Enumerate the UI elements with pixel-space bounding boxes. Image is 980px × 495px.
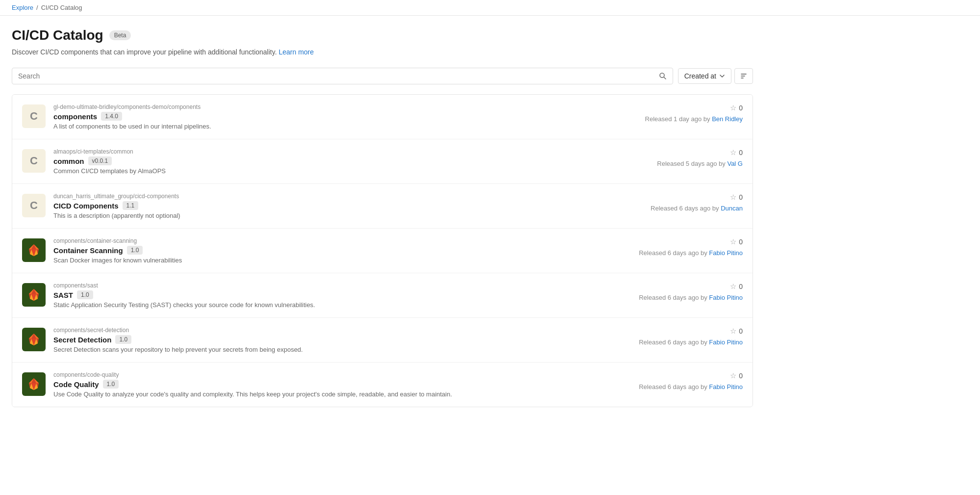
catalog-item[interactable]: C gl-demo-ultimate-bridley/components-de…: [12, 95, 753, 139]
item-name-row: Container Scanning 1.0: [53, 246, 607, 255]
catalog-list: C gl-demo-ultimate-bridley/components-de…: [12, 94, 753, 407]
fox-icon: [25, 241, 43, 259]
star-count[interactable]: ☆ 0: [730, 371, 743, 380]
item-path: components/sast: [53, 282, 607, 289]
item-avatar: [22, 283, 46, 307]
release-info: Released 1 day ago by Ben Ridley: [645, 115, 743, 123]
learn-more-link[interactable]: Learn more: [278, 48, 314, 56]
catalog-item[interactable]: components/container-scanning Container …: [12, 229, 753, 273]
author-link[interactable]: Ben Ridley: [712, 115, 743, 123]
item-meta: ☆ 0 Released 1 day ago by Ben Ridley: [615, 104, 743, 123]
version-badge: 1.0: [103, 380, 119, 389]
item-meta: ☆ 0 Released 6 days ago by Fabio Pitino: [615, 327, 743, 346]
item-meta: ☆ 0 Released 5 days ago by Val G: [615, 148, 743, 167]
fox-icon: [25, 286, 43, 304]
nav-current: CI/CD Catalog: [41, 4, 82, 11]
star-count[interactable]: ☆ 0: [730, 237, 743, 246]
item-name-row: components 1.4.0: [53, 112, 607, 121]
item-description: This is a description (apparently not op…: [53, 212, 607, 219]
item-body: components/code-quality Code Quality 1.0…: [53, 371, 607, 398]
item-avatar: [22, 238, 46, 262]
star-icon: ☆: [730, 193, 736, 202]
sort-direction-button[interactable]: [734, 68, 753, 84]
item-path: components/secret-detection: [53, 327, 607, 334]
star-count[interactable]: ☆ 0: [730, 148, 743, 157]
item-description: A list of components to be used in our i…: [53, 123, 607, 130]
item-description: Static Application Security Testing (SAS…: [53, 301, 607, 309]
beta-badge: Beta: [109, 30, 131, 40]
item-name: Code Quality: [53, 380, 99, 389]
item-body: components/container-scanning Container …: [53, 237, 607, 264]
explore-link[interactable]: Explore: [12, 4, 33, 11]
star-icon: ☆: [730, 237, 736, 246]
item-avatar: C: [22, 149, 46, 173]
author-link[interactable]: Fabio Pitino: [709, 294, 743, 301]
star-number: 0: [739, 283, 743, 290]
item-body: components/sast SAST 1.0 Static Applicat…: [53, 282, 607, 309]
item-path: duncan_harris_ultimate_group/cicd-compon…: [53, 193, 607, 200]
item-body: gl-demo-ultimate-bridley/components-demo…: [53, 104, 607, 130]
item-path: almaops/ci-templates/common: [53, 148, 607, 155]
star-number: 0: [739, 327, 743, 335]
version-badge: 1.0: [77, 290, 93, 299]
catalog-item[interactable]: components/secret-detection Secret Detec…: [12, 318, 753, 363]
search-toolbar: Created at: [12, 68, 753, 84]
release-info: Released 6 days ago by Fabio Pitino: [639, 294, 743, 301]
release-info: Released 6 days ago by Duncan: [651, 205, 743, 212]
star-count[interactable]: ☆ 0: [730, 327, 743, 336]
item-path: gl-demo-ultimate-bridley/components-demo…: [53, 104, 607, 110]
star-icon: ☆: [730, 371, 736, 380]
item-meta: ☆ 0 Released 6 days ago by Fabio Pitino: [615, 282, 743, 301]
item-meta: ☆ 0 Released 6 days ago by Fabio Pitino: [615, 237, 743, 257]
catalog-item[interactable]: C almaops/ci-templates/common common v0.…: [12, 139, 753, 184]
version-badge: 1.0: [127, 246, 143, 255]
item-name: Secret Detection: [53, 336, 111, 344]
search-icon: [659, 72, 667, 80]
item-path: components/code-quality: [53, 371, 607, 378]
item-name-row: Secret Detection 1.0: [53, 335, 607, 344]
author-link[interactable]: Fabio Pitino: [709, 383, 743, 391]
version-badge: 1.1: [123, 201, 139, 210]
search-wrapper: [12, 68, 673, 84]
star-icon: ☆: [730, 104, 736, 112]
svg-line-1: [664, 78, 666, 79]
author-link[interactable]: Duncan: [721, 205, 743, 212]
star-count[interactable]: ☆ 0: [730, 193, 743, 202]
item-name: components: [53, 112, 97, 121]
sort-direction-icon: [740, 72, 748, 80]
sort-controls: Created at: [678, 68, 753, 84]
star-number: 0: [739, 372, 743, 380]
chevron-down-icon: [719, 73, 725, 79]
sort-label: Created at: [684, 72, 716, 80]
star-count[interactable]: ☆ 0: [730, 104, 743, 112]
search-button[interactable]: [653, 68, 673, 84]
catalog-item[interactable]: C duncan_harris_ultimate_group/cicd-comp…: [12, 184, 753, 229]
sort-select[interactable]: Created at: [678, 68, 731, 84]
star-number: 0: [739, 104, 743, 112]
item-name-row: SAST 1.0: [53, 290, 607, 299]
item-description: Common CI/CD templates by AlmaOPS: [53, 167, 607, 175]
fox-icon: [25, 331, 43, 348]
item-body: duncan_harris_ultimate_group/cicd-compon…: [53, 193, 607, 219]
svg-point-0: [660, 73, 664, 78]
catalog-item[interactable]: components/sast SAST 1.0 Static Applicat…: [12, 273, 753, 318]
item-body: almaops/ci-templates/common common v0.0.…: [53, 148, 607, 175]
top-nav: Explore / CI/CD Catalog: [0, 0, 980, 16]
author-link[interactable]: Fabio Pitino: [709, 249, 743, 257]
star-count[interactable]: ☆ 0: [730, 282, 743, 291]
item-description: Secret Detection scans your repository t…: [53, 346, 607, 353]
item-path: components/container-scanning: [53, 237, 607, 244]
item-name: CICD Components: [53, 202, 119, 210]
release-info: Released 5 days ago by Val G: [657, 160, 743, 167]
search-input[interactable]: [12, 68, 653, 84]
nav-separator: /: [36, 4, 38, 11]
star-icon: ☆: [730, 327, 736, 336]
item-name: SAST: [53, 291, 73, 299]
author-link[interactable]: Val G: [727, 160, 743, 167]
item-name-row: Code Quality 1.0: [53, 380, 607, 389]
item-body: components/secret-detection Secret Detec…: [53, 327, 607, 353]
author-link[interactable]: Fabio Pitino: [709, 339, 743, 346]
catalog-item[interactable]: components/code-quality Code Quality 1.0…: [12, 363, 753, 407]
star-number: 0: [739, 149, 743, 156]
release-info: Released 6 days ago by Fabio Pitino: [639, 339, 743, 346]
